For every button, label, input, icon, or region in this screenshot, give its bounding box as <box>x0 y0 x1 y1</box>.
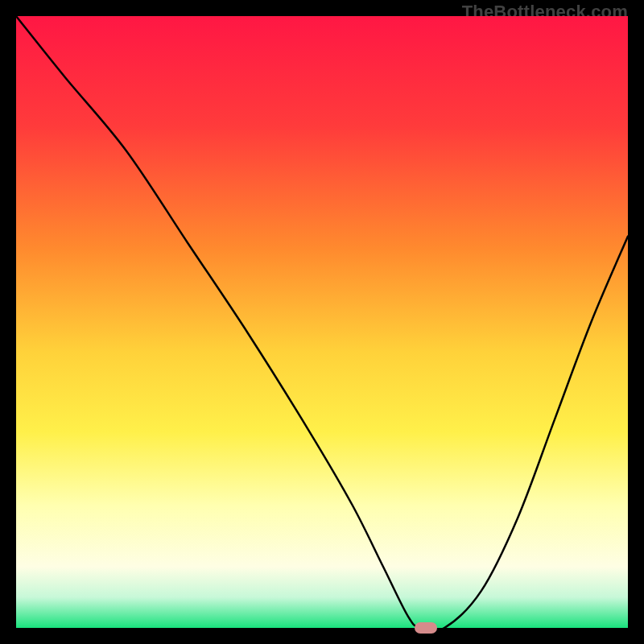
plot-svg <box>16 16 628 628</box>
chart-frame: TheBottleneck.com <box>0 0 644 644</box>
gradient-background <box>16 16 628 628</box>
plot-area <box>16 16 628 628</box>
optimal-marker <box>415 622 437 634</box>
